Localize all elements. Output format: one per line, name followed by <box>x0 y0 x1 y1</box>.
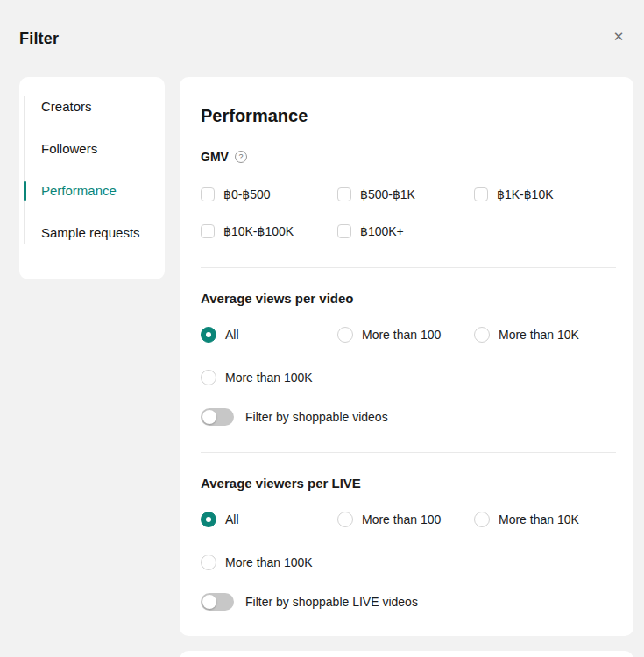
radio-unchecked-icon[interactable] <box>201 555 216 570</box>
gmv-option-1k-10k[interactable]: ฿1K-฿10K <box>474 186 616 203</box>
avg-viewers-option-more-10k[interactable]: More than 10K <box>474 511 616 528</box>
gmv-checkbox-group: ฿0-฿500 ฿500-฿1K ฿1K-฿10K ฿10K-฿100K ฿10… <box>201 186 616 240</box>
radio-unchecked-icon[interactable] <box>201 370 216 385</box>
next-section-card <box>180 651 633 657</box>
sidebar-item-creators[interactable]: Creators <box>25 96 154 117</box>
avg-views-option-more-100[interactable]: More than 100 <box>337 326 474 343</box>
section-title-avg-viewers-live: Average viewers per LIVE <box>201 476 616 491</box>
checkbox-unchecked-icon[interactable] <box>337 224 351 238</box>
avg-views-option-all[interactable]: All <box>201 326 337 343</box>
radio-checked-icon[interactable] <box>201 512 216 527</box>
filter-sidebar: Creators Followers Performance Sample re… <box>19 77 165 279</box>
gmv-option-10k-100k[interactable]: ฿10K-฿100K <box>201 223 337 240</box>
toggle-label: Filter by shoppable videos <box>245 408 388 426</box>
radio-unchecked-icon[interactable] <box>474 327 490 343</box>
gmv-header: GMV ? <box>201 149 616 165</box>
checkbox-unchecked-icon[interactable] <box>201 187 215 201</box>
shoppable-live-videos-toggle-row: Filter by shoppable LIVE videos <box>201 593 616 611</box>
gmv-option-0-500[interactable]: ฿0-฿500 <box>201 186 337 203</box>
shoppable-live-videos-toggle[interactable] <box>201 593 234 611</box>
radio-unchecked-icon[interactable] <box>337 327 353 343</box>
avg-views-option-more-10k[interactable]: More than 10K <box>474 326 616 343</box>
help-icon[interactable]: ? <box>235 151 247 163</box>
gmv-option-500-1k[interactable]: ฿500-฿1K <box>337 186 474 203</box>
avg-views-option-more-100k[interactable]: More than 100K <box>201 369 337 386</box>
dialog-header: Filter ✕ <box>0 0 644 77</box>
dialog-title: Filter <box>19 30 59 48</box>
dialog-body: Creators Followers Performance Sample re… <box>0 77 644 636</box>
avg-views-radio-group: All More than 100 More than 10K More tha… <box>201 326 616 386</box>
section-title-avg-views: Average views per video <box>201 291 616 307</box>
close-button[interactable]: ✕ <box>607 25 630 47</box>
performance-panel: Performance GMV ? ฿0-฿500 ฿500-฿1K ฿1K-฿… <box>180 77 633 636</box>
close-icon: ✕ <box>613 30 625 43</box>
gmv-option-100k-plus[interactable]: ฿100K+ <box>337 223 474 240</box>
gmv-label: GMV <box>201 149 229 165</box>
toggle-label: Filter by shoppable LIVE videos <box>245 593 418 611</box>
radio-unchecked-icon[interactable] <box>337 512 353 527</box>
toggle-knob <box>202 595 216 609</box>
radio-unchecked-icon[interactable] <box>474 512 490 527</box>
sidebar-item-followers[interactable]: Followers <box>25 138 154 159</box>
panel-title: Performance <box>201 106 616 126</box>
shoppable-videos-toggle-row: Filter by shoppable videos <box>201 408 616 426</box>
filter-dialog: Filter ✕ Creators Followers Performance … <box>0 0 644 657</box>
divider <box>201 452 616 453</box>
checkbox-unchecked-icon[interactable] <box>337 187 351 201</box>
sidebar-item-label: Creators <box>41 99 92 114</box>
shoppable-videos-toggle[interactable] <box>201 408 234 426</box>
avg-viewers-option-more-100k[interactable]: More than 100K <box>201 554 337 571</box>
checkbox-unchecked-icon[interactable] <box>474 187 488 201</box>
sidebar-item-performance[interactable]: Performance <box>25 180 154 201</box>
avg-viewers-live-radio-group: All More than 100 More than 10K More tha… <box>201 511 616 571</box>
sidebar-nav: Creators Followers Performance Sample re… <box>24 96 154 244</box>
radio-checked-icon[interactable] <box>201 327 216 343</box>
avg-viewers-option-more-100[interactable]: More than 100 <box>337 511 474 528</box>
sidebar-item-sample-requests[interactable]: Sample requests <box>25 223 154 244</box>
divider <box>201 267 616 268</box>
checkbox-unchecked-icon[interactable] <box>201 224 215 238</box>
sidebar-item-label: Performance <box>41 183 117 198</box>
avg-viewers-option-all[interactable]: All <box>201 511 337 528</box>
toggle-knob <box>202 410 216 424</box>
sidebar-item-label: Sample requests <box>41 225 140 240</box>
sidebar-item-label: Followers <box>41 141 97 156</box>
